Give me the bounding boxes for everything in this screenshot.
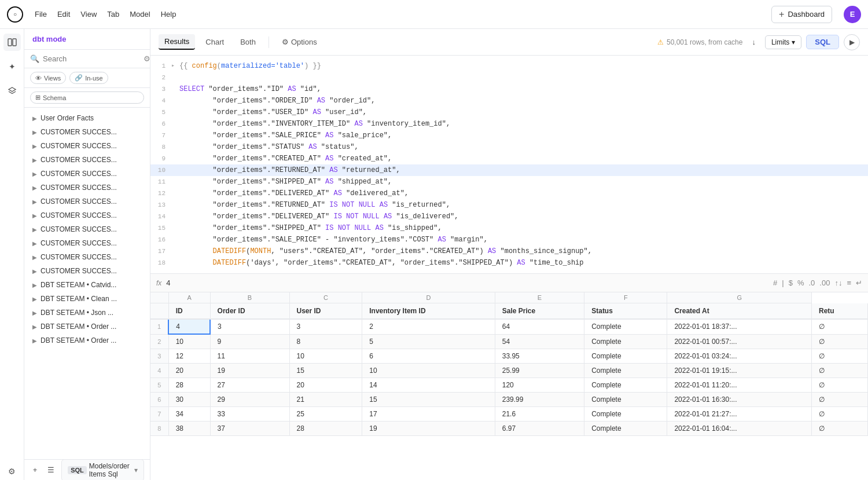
table-cell[interactable]: 2022-01-01 11:20:... (667, 378, 812, 393)
table-cell[interactable]: 21 (289, 393, 362, 407)
table-cell[interactable]: 17 (362, 407, 495, 422)
options-button[interactable]: ⚙ Options (276, 35, 323, 49)
tree-item[interactable]: ▶DBT SETEAM • Json ... (24, 306, 150, 320)
dashboard-button[interactable]: + Dashboard (771, 6, 832, 23)
table-cell[interactable]: 27 (210, 378, 289, 393)
format-icon-dec[interactable]: .0 (808, 279, 815, 287)
table-cell[interactable]: 21.6 (495, 407, 584, 422)
table-cell[interactable]: 20 (289, 378, 362, 393)
col-header-order-id[interactable]: Order ID (210, 303, 289, 320)
tree-item[interactable]: ▶CUSTOMER SUCCES... (24, 222, 150, 236)
menu-file[interactable]: File (35, 10, 47, 19)
in-use-filter-tab[interactable]: 🔗 In-use (69, 72, 108, 84)
table-cell[interactable]: 9 (210, 334, 289, 349)
sparkle-icon[interactable]: ✦ (3, 58, 21, 75)
table-cell[interactable]: 34 (168, 407, 210, 422)
menu-help[interactable]: Help (161, 10, 176, 19)
col-header-inventory-item-id[interactable]: Inventory Item ID (362, 303, 495, 320)
table-cell[interactable]: Complete (584, 334, 667, 349)
format-icon-2[interactable]: | (782, 279, 784, 287)
tree-item[interactable]: ▶DBT SETEAM • Order ... (24, 320, 150, 334)
format-icon-wrap[interactable]: ↵ (856, 279, 862, 287)
table-cell[interactable]: 30 (168, 393, 210, 407)
table-cell[interactable]: 15 (289, 364, 362, 378)
table-cell[interactable]: Complete (584, 393, 667, 407)
table-cell[interactable]: ∅ (812, 407, 868, 422)
table-cell[interactable]: 37 (210, 422, 289, 436)
menu-model[interactable]: Model (130, 10, 150, 19)
format-icon-sort[interactable]: ↑↓ (834, 279, 842, 287)
table-cell[interactable]: 6.97 (495, 422, 584, 436)
table-cell[interactable]: 11 (210, 349, 289, 364)
table-cell[interactable]: 29 (210, 393, 289, 407)
format-icon-1[interactable]: # (773, 279, 777, 287)
table-cell[interactable]: 3 (210, 319, 289, 334)
sql-tab-item[interactable]: SQL Models/order Items Sql ▾ (61, 459, 144, 481)
table-cell[interactable]: 64 (495, 319, 584, 334)
table-cell[interactable]: 2022-01-01 16:04:... (667, 422, 812, 436)
table-cell[interactable]: 3 (289, 319, 362, 334)
tree-item[interactable]: ▶CUSTOMER SUCCES... (24, 236, 150, 250)
schema-button[interactable]: ⊞ Schema (30, 91, 144, 104)
table-cell[interactable]: 8 (289, 334, 362, 349)
format-icon-align[interactable]: ≡ (847, 279, 851, 287)
table-cell[interactable]: 2022-01-01 19:15:... (667, 364, 812, 378)
hamburger-icon[interactable]: ☰ (46, 463, 56, 477)
table-cell[interactable]: Complete (584, 349, 667, 364)
tab-both[interactable]: Both (234, 35, 262, 49)
table-cell[interactable]: ∅ (812, 364, 868, 378)
table-cell[interactable]: ∅ (812, 334, 868, 349)
table-cell[interactable]: 28 (289, 422, 362, 436)
sql-button[interactable]: SQL (806, 35, 839, 49)
code-editor[interactable]: 1▸{{ config(materialized='table') }}23SE… (150, 56, 868, 274)
table-cell[interactable]: 25 (289, 407, 362, 422)
table-cell[interactable]: 20 (168, 364, 210, 378)
table-cell[interactable]: ∅ (812, 393, 868, 407)
settings-icon[interactable]: ⚙ (3, 463, 21, 480)
tree-item[interactable]: ▶CUSTOMER SUCCES... (24, 139, 150, 153)
table-cell[interactable]: 120 (495, 378, 584, 393)
table-cell[interactable]: 33 (210, 407, 289, 422)
tree-item[interactable]: ▶CUSTOMER SUCCES... (24, 125, 150, 139)
table-cell[interactable]: 2 (362, 319, 495, 334)
col-header-sale-price[interactable]: Sale Price (495, 303, 584, 320)
table-cell[interactable]: 14 (362, 378, 495, 393)
table-cell[interactable]: ∅ (812, 422, 868, 436)
tree-item[interactable]: ▶CUSTOMER SUCCES... (24, 208, 150, 222)
views-filter-tab[interactable]: 👁 Views (30, 72, 66, 84)
tab-chart[interactable]: Chart (200, 35, 230, 49)
table-cell[interactable]: 33.95 (495, 349, 584, 364)
menu-tab[interactable]: Tab (107, 10, 119, 19)
table-cell[interactable]: 2022-01-01 00:57:... (667, 334, 812, 349)
table-cell[interactable]: 2022-01-01 21:27:... (667, 407, 812, 422)
col-header-retu[interactable]: Retu (812, 303, 868, 320)
table-cell[interactable]: 12 (168, 349, 210, 364)
table-cell[interactable]: 2022-01-01 18:37:... (667, 319, 812, 334)
tree-item[interactable]: ▶User Order Facts (24, 111, 150, 125)
table-cell[interactable]: 5 (362, 334, 495, 349)
table-cell[interactable]: ∅ (812, 349, 868, 364)
col-header-status[interactable]: Status (584, 303, 667, 320)
tab-results[interactable]: Results (159, 34, 195, 50)
col-header-id[interactable]: ID (168, 303, 210, 320)
table-cell[interactable]: 19 (362, 422, 495, 436)
table-cell[interactable]: ∅ (812, 319, 868, 334)
tree-item[interactable]: ▶CUSTOMER SUCCES... (24, 181, 150, 195)
table-cell[interactable]: 38 (168, 422, 210, 436)
table-cell[interactable]: 2022-01-01 03:24:... (667, 349, 812, 364)
table-cell[interactable]: 15 (362, 393, 495, 407)
avatar[interactable]: E (844, 6, 861, 23)
table-cell[interactable]: 239.99 (495, 393, 584, 407)
format-icon-percent[interactable]: % (797, 279, 804, 287)
search-input[interactable] (43, 54, 140, 63)
table-cell[interactable]: 10 (289, 349, 362, 364)
tree-item[interactable]: ▶CUSTOMER SUCCES... (24, 264, 150, 278)
tree-item[interactable]: ▶CUSTOMER SUCCES... (24, 167, 150, 181)
table-cell[interactable]: 6 (362, 349, 495, 364)
sidebar-toggle-icon[interactable] (3, 34, 21, 51)
table-cell[interactable]: Complete (584, 422, 667, 436)
run-button[interactable]: ▶ (844, 34, 860, 50)
menu-edit[interactable]: Edit (57, 10, 70, 19)
table-cell[interactable]: Complete (584, 407, 667, 422)
col-header-created-at[interactable]: Created At (667, 303, 812, 320)
